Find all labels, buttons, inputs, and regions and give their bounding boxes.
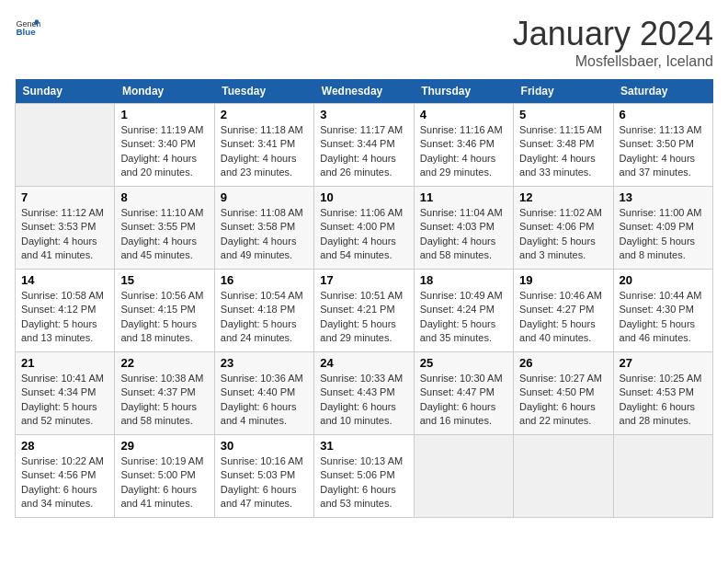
day-info: Sunrise: 11:12 AMSunset: 3:53 PMDaylight… [21,206,108,263]
calendar-cell: 1Sunrise: 11:19 AMSunset: 3:40 PMDayligh… [115,104,214,187]
calendar-cell: 25Sunrise: 10:30 AMSunset: 4:47 PMDaylig… [414,352,513,435]
day-number: 1 [120,108,208,121]
calendar-cell: 8Sunrise: 11:10 AMSunset: 3:55 PMDayligh… [115,187,214,270]
day-info: Sunrise: 10:51 AMSunset: 4:21 PMDaylight… [320,289,407,346]
day-number: 25 [420,356,507,370]
calendar-cell [16,104,115,187]
day-number: 31 [320,439,407,453]
calendar-cell: 10Sunrise: 11:06 AMSunset: 4:00 PMDaylig… [314,187,414,270]
calendar-cell: 13Sunrise: 11:00 AMSunset: 4:09 PMDaylig… [613,187,712,270]
day-number: 6 [620,108,707,121]
day-info: Sunrise: 10:22 AMSunset: 4:56 PMDaylight… [21,454,108,511]
day-number: 23 [221,356,308,370]
calendar-cell: 24Sunrise: 10:33 AMSunset: 4:43 PMDaylig… [314,352,414,435]
calendar-cell: 5Sunrise: 11:15 AMSunset: 3:48 PMDayligh… [514,104,613,187]
day-info: Sunrise: 11:15 AMSunset: 3:48 PMDaylight… [519,123,607,180]
day-number: 16 [221,273,308,287]
calendar-cell: 27Sunrise: 10:25 AMSunset: 4:53 PMDaylig… [613,352,712,435]
day-info: Sunrise: 11:10 AMSunset: 3:55 PMDaylight… [120,206,208,263]
day-info: Sunrise: 11:16 AMSunset: 3:46 PMDaylight… [420,123,507,180]
weekday-header-row: SundayMondayTuesdayWednesdayThursdayFrid… [16,79,713,104]
calendar-cell: 26Sunrise: 10:27 AMSunset: 4:50 PMDaylig… [514,352,613,435]
day-info: Sunrise: 11:08 AMSunset: 3:58 PMDaylight… [221,206,308,263]
day-number: 9 [221,190,308,204]
calendar-cell: 3Sunrise: 11:17 AMSunset: 3:44 PMDayligh… [314,104,414,187]
weekday-header: Monday [115,79,214,104]
logo-icon: General Blue [15,15,40,40]
day-number: 26 [519,356,607,370]
day-info: Sunrise: 10:36 AMSunset: 4:40 PMDaylight… [221,372,308,429]
svg-text:Blue: Blue [16,27,36,37]
day-number: 3 [320,108,407,121]
calendar-week-row: 7Sunrise: 11:12 AMSunset: 3:53 PMDayligh… [16,187,713,270]
day-info: Sunrise: 10:13 AMSunset: 5:06 PMDaylight… [320,454,407,511]
day-number: 12 [519,190,607,204]
day-number: 29 [120,439,208,453]
logo: General Blue [15,15,40,40]
calendar-cell [414,435,513,518]
day-info: Sunrise: 10:30 AMSunset: 4:47 PMDaylight… [420,372,507,429]
calendar-cell: 11Sunrise: 11:04 AMSunset: 4:03 PMDaylig… [414,187,513,270]
day-number: 20 [620,273,707,287]
day-info: Sunrise: 10:41 AMSunset: 4:34 PMDaylight… [21,372,108,429]
day-info: Sunrise: 10:27 AMSunset: 4:50 PMDaylight… [519,372,607,429]
day-number: 7 [21,190,108,204]
day-info: Sunrise: 11:13 AMSunset: 3:50 PMDaylight… [620,123,707,180]
calendar-week-row: 21Sunrise: 10:41 AMSunset: 4:34 PMDaylig… [16,352,713,435]
day-number: 4 [420,108,507,121]
day-number: 18 [420,273,507,287]
day-info: Sunrise: 11:04 AMSunset: 4:03 PMDaylight… [420,206,507,263]
day-number: 27 [620,356,707,370]
day-info: Sunrise: 10:46 AMSunset: 4:27 PMDaylight… [519,289,607,346]
day-info: Sunrise: 10:33 AMSunset: 4:43 PMDaylight… [320,372,407,429]
page-header: General Blue January 2024 Mosfellsbaer, … [15,15,713,70]
weekday-header: Tuesday [214,79,313,104]
calendar-cell: 7Sunrise: 11:12 AMSunset: 3:53 PMDayligh… [16,187,115,270]
day-info: Sunrise: 11:00 AMSunset: 4:09 PMDaylight… [620,206,707,263]
weekday-header: Thursday [414,79,513,104]
calendar-table: SundayMondayTuesdayWednesdayThursdayFrid… [15,79,713,518]
weekday-header: Saturday [613,79,712,104]
day-info: Sunrise: 10:54 AMSunset: 4:18 PMDaylight… [221,289,308,346]
day-info: Sunrise: 11:02 AMSunset: 4:06 PMDaylight… [519,206,607,263]
calendar-cell: 2Sunrise: 11:18 AMSunset: 3:41 PMDayligh… [214,104,313,187]
calendar-cell: 30Sunrise: 10:16 AMSunset: 5:03 PMDaylig… [214,435,313,518]
day-info: Sunrise: 10:56 AMSunset: 4:15 PMDaylight… [120,289,208,346]
day-info: Sunrise: 10:16 AMSunset: 5:03 PMDaylight… [221,454,308,511]
calendar-cell: 17Sunrise: 10:51 AMSunset: 4:21 PMDaylig… [314,270,414,352]
calendar-cell: 6Sunrise: 11:13 AMSunset: 3:50 PMDayligh… [613,104,712,187]
day-number: 15 [120,273,208,287]
day-number: 28 [21,439,108,453]
calendar-cell: 31Sunrise: 10:13 AMSunset: 5:06 PMDaylig… [314,435,414,518]
day-number: 10 [320,190,407,204]
day-info: Sunrise: 10:19 AMSunset: 5:00 PMDaylight… [120,454,208,511]
calendar-cell: 28Sunrise: 10:22 AMSunset: 4:56 PMDaylig… [16,435,115,518]
calendar-cell: 4Sunrise: 11:16 AMSunset: 3:46 PMDayligh… [414,104,513,187]
day-number: 24 [320,356,407,370]
calendar-cell: 9Sunrise: 11:08 AMSunset: 3:58 PMDayligh… [214,187,313,270]
weekday-header: Wednesday [314,79,414,104]
day-number: 13 [620,190,707,204]
calendar-cell: 20Sunrise: 10:44 AMSunset: 4:30 PMDaylig… [613,270,712,352]
calendar-week-row: 14Sunrise: 10:58 AMSunset: 4:12 PMDaylig… [16,270,713,352]
day-info: Sunrise: 10:44 AMSunset: 4:30 PMDaylight… [620,289,707,346]
calendar-cell: 15Sunrise: 10:56 AMSunset: 4:15 PMDaylig… [115,270,214,352]
day-number: 11 [420,190,507,204]
calendar-cell: 22Sunrise: 10:38 AMSunset: 4:37 PMDaylig… [115,352,214,435]
day-number: 8 [120,190,208,204]
month-title: January 2024 [513,15,713,53]
day-info: Sunrise: 11:19 AMSunset: 3:40 PMDaylight… [120,123,208,180]
day-info: Sunrise: 10:25 AMSunset: 4:53 PMDaylight… [620,372,707,429]
calendar-cell: 21Sunrise: 10:41 AMSunset: 4:34 PMDaylig… [16,352,115,435]
calendar-cell: 14Sunrise: 10:58 AMSunset: 4:12 PMDaylig… [16,270,115,352]
day-number: 30 [221,439,308,453]
calendar-cell [613,435,712,518]
day-info: Sunrise: 10:58 AMSunset: 4:12 PMDaylight… [21,289,108,346]
calendar-cell: 29Sunrise: 10:19 AMSunset: 5:00 PMDaylig… [115,435,214,518]
calendar-cell: 12Sunrise: 11:02 AMSunset: 4:06 PMDaylig… [514,187,613,270]
calendar-cell: 18Sunrise: 10:49 AMSunset: 4:24 PMDaylig… [414,270,513,352]
calendar-cell: 23Sunrise: 10:36 AMSunset: 4:40 PMDaylig… [214,352,313,435]
day-info: Sunrise: 10:38 AMSunset: 4:37 PMDaylight… [120,372,208,429]
day-number: 21 [21,356,108,370]
day-info: Sunrise: 11:18 AMSunset: 3:41 PMDaylight… [221,123,308,180]
